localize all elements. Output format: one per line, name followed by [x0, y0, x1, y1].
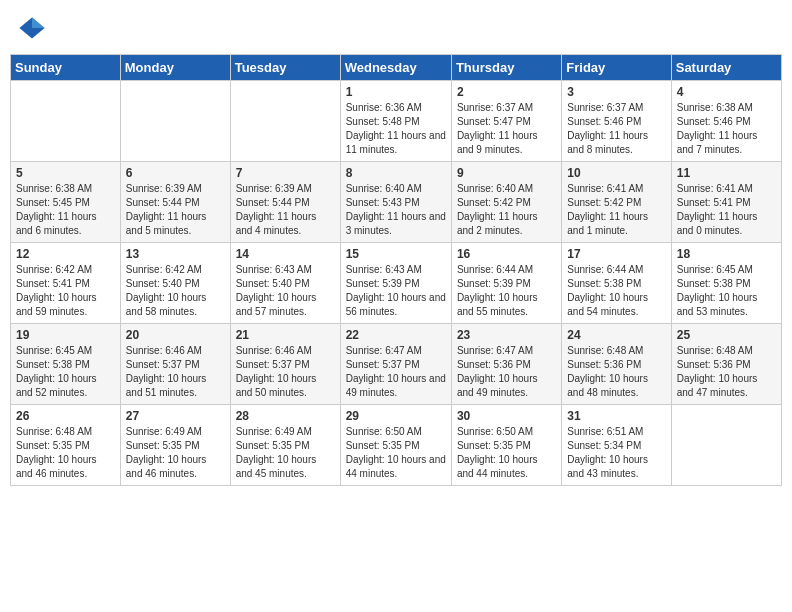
day-info: Sunrise: 6:37 AM Sunset: 5:47 PM Dayligh…	[457, 101, 556, 157]
day-number: 29	[346, 409, 446, 423]
day-info: Sunrise: 6:42 AM Sunset: 5:41 PM Dayligh…	[16, 263, 115, 319]
calendar-cell: 26Sunrise: 6:48 AM Sunset: 5:35 PM Dayli…	[11, 405, 121, 486]
day-info: Sunrise: 6:39 AM Sunset: 5:44 PM Dayligh…	[126, 182, 225, 238]
calendar-week-2: 5Sunrise: 6:38 AM Sunset: 5:45 PM Daylig…	[11, 162, 782, 243]
day-number: 15	[346, 247, 446, 261]
calendar-week-5: 26Sunrise: 6:48 AM Sunset: 5:35 PM Dayli…	[11, 405, 782, 486]
day-number: 13	[126, 247, 225, 261]
day-info: Sunrise: 6:49 AM Sunset: 5:35 PM Dayligh…	[236, 425, 335, 481]
logo-icon	[18, 14, 46, 42]
day-info: Sunrise: 6:48 AM Sunset: 5:35 PM Dayligh…	[16, 425, 115, 481]
calendar-cell: 24Sunrise: 6:48 AM Sunset: 5:36 PM Dayli…	[562, 324, 671, 405]
calendar-header-sunday: Sunday	[11, 55, 121, 81]
calendar-cell: 19Sunrise: 6:45 AM Sunset: 5:38 PM Dayli…	[11, 324, 121, 405]
calendar-table: SundayMondayTuesdayWednesdayThursdayFrid…	[10, 54, 782, 486]
page-header	[10, 10, 782, 46]
day-info: Sunrise: 6:40 AM Sunset: 5:43 PM Dayligh…	[346, 182, 446, 238]
calendar-cell: 18Sunrise: 6:45 AM Sunset: 5:38 PM Dayli…	[671, 243, 781, 324]
day-number: 11	[677, 166, 776, 180]
calendar-cell: 5Sunrise: 6:38 AM Sunset: 5:45 PM Daylig…	[11, 162, 121, 243]
day-number: 19	[16, 328, 115, 342]
calendar-cell: 4Sunrise: 6:38 AM Sunset: 5:46 PM Daylig…	[671, 81, 781, 162]
day-info: Sunrise: 6:42 AM Sunset: 5:40 PM Dayligh…	[126, 263, 225, 319]
calendar-cell: 13Sunrise: 6:42 AM Sunset: 5:40 PM Dayli…	[120, 243, 230, 324]
calendar-cell: 1Sunrise: 6:36 AM Sunset: 5:48 PM Daylig…	[340, 81, 451, 162]
day-info: Sunrise: 6:36 AM Sunset: 5:48 PM Dayligh…	[346, 101, 446, 157]
calendar-cell	[11, 81, 121, 162]
day-number: 22	[346, 328, 446, 342]
day-number: 7	[236, 166, 335, 180]
calendar-cell: 31Sunrise: 6:51 AM Sunset: 5:34 PM Dayli…	[562, 405, 671, 486]
day-number: 4	[677, 85, 776, 99]
calendar-cell: 23Sunrise: 6:47 AM Sunset: 5:36 PM Dayli…	[451, 324, 561, 405]
calendar-cell: 17Sunrise: 6:44 AM Sunset: 5:38 PM Dayli…	[562, 243, 671, 324]
calendar-cell: 7Sunrise: 6:39 AM Sunset: 5:44 PM Daylig…	[230, 162, 340, 243]
calendar-cell: 9Sunrise: 6:40 AM Sunset: 5:42 PM Daylig…	[451, 162, 561, 243]
day-number: 6	[126, 166, 225, 180]
day-number: 10	[567, 166, 665, 180]
day-number: 23	[457, 328, 556, 342]
svg-marker-1	[32, 18, 45, 29]
calendar-header-friday: Friday	[562, 55, 671, 81]
day-number: 27	[126, 409, 225, 423]
day-info: Sunrise: 6:44 AM Sunset: 5:39 PM Dayligh…	[457, 263, 556, 319]
calendar-week-3: 12Sunrise: 6:42 AM Sunset: 5:41 PM Dayli…	[11, 243, 782, 324]
day-info: Sunrise: 6:47 AM Sunset: 5:36 PM Dayligh…	[457, 344, 556, 400]
day-number: 24	[567, 328, 665, 342]
calendar-cell: 27Sunrise: 6:49 AM Sunset: 5:35 PM Dayli…	[120, 405, 230, 486]
day-info: Sunrise: 6:50 AM Sunset: 5:35 PM Dayligh…	[457, 425, 556, 481]
day-number: 20	[126, 328, 225, 342]
calendar-cell: 30Sunrise: 6:50 AM Sunset: 5:35 PM Dayli…	[451, 405, 561, 486]
day-info: Sunrise: 6:38 AM Sunset: 5:45 PM Dayligh…	[16, 182, 115, 238]
calendar-header-saturday: Saturday	[671, 55, 781, 81]
day-number: 2	[457, 85, 556, 99]
day-number: 14	[236, 247, 335, 261]
calendar-cell: 3Sunrise: 6:37 AM Sunset: 5:46 PM Daylig…	[562, 81, 671, 162]
day-number: 28	[236, 409, 335, 423]
calendar-cell: 21Sunrise: 6:46 AM Sunset: 5:37 PM Dayli…	[230, 324, 340, 405]
calendar-cell: 14Sunrise: 6:43 AM Sunset: 5:40 PM Dayli…	[230, 243, 340, 324]
calendar-cell: 15Sunrise: 6:43 AM Sunset: 5:39 PM Dayli…	[340, 243, 451, 324]
calendar-cell: 28Sunrise: 6:49 AM Sunset: 5:35 PM Dayli…	[230, 405, 340, 486]
logo	[18, 14, 50, 42]
calendar-header-row: SundayMondayTuesdayWednesdayThursdayFrid…	[11, 55, 782, 81]
calendar-header-monday: Monday	[120, 55, 230, 81]
day-number: 8	[346, 166, 446, 180]
day-info: Sunrise: 6:49 AM Sunset: 5:35 PM Dayligh…	[126, 425, 225, 481]
calendar-cell: 6Sunrise: 6:39 AM Sunset: 5:44 PM Daylig…	[120, 162, 230, 243]
day-info: Sunrise: 6:43 AM Sunset: 5:39 PM Dayligh…	[346, 263, 446, 319]
day-info: Sunrise: 6:39 AM Sunset: 5:44 PM Dayligh…	[236, 182, 335, 238]
day-info: Sunrise: 6:38 AM Sunset: 5:46 PM Dayligh…	[677, 101, 776, 157]
day-number: 17	[567, 247, 665, 261]
day-number: 21	[236, 328, 335, 342]
day-info: Sunrise: 6:46 AM Sunset: 5:37 PM Dayligh…	[236, 344, 335, 400]
day-number: 12	[16, 247, 115, 261]
calendar-header-thursday: Thursday	[451, 55, 561, 81]
day-info: Sunrise: 6:44 AM Sunset: 5:38 PM Dayligh…	[567, 263, 665, 319]
calendar-cell: 25Sunrise: 6:48 AM Sunset: 5:36 PM Dayli…	[671, 324, 781, 405]
day-info: Sunrise: 6:48 AM Sunset: 5:36 PM Dayligh…	[677, 344, 776, 400]
day-info: Sunrise: 6:47 AM Sunset: 5:37 PM Dayligh…	[346, 344, 446, 400]
calendar-cell	[671, 405, 781, 486]
day-info: Sunrise: 6:46 AM Sunset: 5:37 PM Dayligh…	[126, 344, 225, 400]
calendar-cell: 22Sunrise: 6:47 AM Sunset: 5:37 PM Dayli…	[340, 324, 451, 405]
calendar-cell: 10Sunrise: 6:41 AM Sunset: 5:42 PM Dayli…	[562, 162, 671, 243]
calendar-cell: 8Sunrise: 6:40 AM Sunset: 5:43 PM Daylig…	[340, 162, 451, 243]
calendar-cell: 29Sunrise: 6:50 AM Sunset: 5:35 PM Dayli…	[340, 405, 451, 486]
day-number: 25	[677, 328, 776, 342]
day-number: 30	[457, 409, 556, 423]
calendar-cell: 11Sunrise: 6:41 AM Sunset: 5:41 PM Dayli…	[671, 162, 781, 243]
calendar-cell: 2Sunrise: 6:37 AM Sunset: 5:47 PM Daylig…	[451, 81, 561, 162]
day-info: Sunrise: 6:51 AM Sunset: 5:34 PM Dayligh…	[567, 425, 665, 481]
calendar-header-tuesday: Tuesday	[230, 55, 340, 81]
day-number: 1	[346, 85, 446, 99]
day-number: 18	[677, 247, 776, 261]
day-info: Sunrise: 6:41 AM Sunset: 5:41 PM Dayligh…	[677, 182, 776, 238]
calendar-cell	[120, 81, 230, 162]
day-info: Sunrise: 6:41 AM Sunset: 5:42 PM Dayligh…	[567, 182, 665, 238]
day-number: 31	[567, 409, 665, 423]
day-info: Sunrise: 6:48 AM Sunset: 5:36 PM Dayligh…	[567, 344, 665, 400]
day-info: Sunrise: 6:40 AM Sunset: 5:42 PM Dayligh…	[457, 182, 556, 238]
day-number: 3	[567, 85, 665, 99]
calendar-header-wednesday: Wednesday	[340, 55, 451, 81]
